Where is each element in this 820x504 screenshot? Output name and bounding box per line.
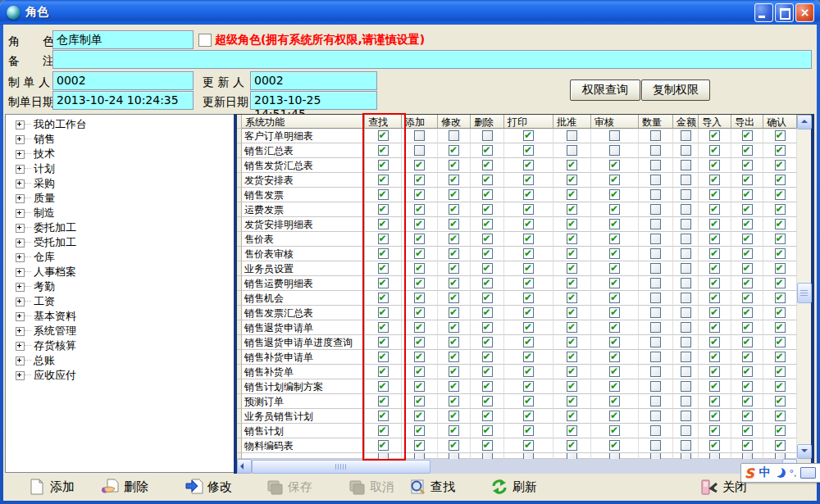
permission-checkbox-添加[interactable] <box>414 248 425 259</box>
row-function-name[interactable]: 销售退货申请单 <box>242 320 365 335</box>
permission-checkbox-确认[interactable] <box>775 322 786 333</box>
update-date-field[interactable]: 2013-10-25 14:51:45 <box>250 91 377 110</box>
permission-checkbox-数量[interactable] <box>650 248 661 259</box>
permission-checkbox-打印[interactable] <box>523 396 534 406</box>
permission-checkbox-查找[interactable] <box>378 160 389 170</box>
permission-checkbox-打印[interactable] <box>523 145 534 156</box>
permission-checkbox-删除[interactable] <box>482 219 493 229</box>
permission-checkbox-审核[interactable] <box>609 322 620 333</box>
permission-checkbox-数量[interactable] <box>650 396 661 406</box>
permission-checkbox-数量[interactable] <box>650 366 661 377</box>
expand-plus-icon[interactable] <box>16 209 25 218</box>
permission-checkbox-添加[interactable] <box>414 130 425 141</box>
permission-checkbox-金额[interactable] <box>681 293 691 303</box>
permission-checkbox-添加[interactable] <box>414 263 425 274</box>
permission-checkbox-修改[interactable] <box>449 352 459 362</box>
permission-checkbox-打印[interactable] <box>523 175 534 185</box>
permission-checkbox-打印[interactable] <box>523 307 534 318</box>
permission-checkbox-修改[interactable] <box>449 219 459 229</box>
permission-checkbox-数量[interactable] <box>650 307 661 318</box>
permission-checkbox-批准[interactable] <box>567 396 577 406</box>
permission-checkbox-导出[interactable] <box>742 219 753 229</box>
permission-checkbox-金额[interactable] <box>681 307 691 318</box>
permission-checkbox-批准[interactable] <box>567 307 577 318</box>
row-function-name[interactable]: 客户订单明细表 <box>242 129 365 143</box>
permission-checkbox-删除[interactable] <box>482 278 493 288</box>
permission-checkbox-导出[interactable] <box>742 145 753 156</box>
permission-checkbox-确认[interactable] <box>775 219 786 229</box>
permission-checkbox-确认[interactable] <box>775 293 786 303</box>
create-date-field[interactable]: 2013-10-24 10:24:35 <box>52 91 194 110</box>
permission-checkbox-查找[interactable] <box>378 145 389 156</box>
creator-field[interactable]: 0002 <box>52 71 194 90</box>
permission-checkbox-数量[interactable] <box>650 130 661 141</box>
permission-checkbox-金额[interactable] <box>681 130 691 141</box>
permission-checkbox-修改[interactable] <box>449 307 459 318</box>
permission-checkbox-金额[interactable] <box>681 453 691 459</box>
permission-checkbox-删除[interactable] <box>482 411 493 421</box>
permission-checkbox-删除[interactable] <box>482 130 493 141</box>
scroll-down-button[interactable] <box>797 444 812 459</box>
row-function-name[interactable]: 运费发票 <box>242 202 365 217</box>
permission-checkbox-删除[interactable] <box>482 396 493 406</box>
tree-item[interactable]: 制造 <box>6 206 235 220</box>
permission-checkbox-金额[interactable] <box>681 160 691 170</box>
permission-checkbox-修改[interactable] <box>449 278 459 288</box>
permission-checkbox-审核[interactable] <box>609 453 620 459</box>
permission-checkbox-批准[interactable] <box>567 263 577 274</box>
permission-checkbox-金额[interactable] <box>681 381 691 392</box>
permission-checkbox-导出[interactable] <box>742 234 753 244</box>
column-header-修改[interactable]: 修改 <box>438 115 471 129</box>
permission-checkbox-查找[interactable] <box>378 278 389 288</box>
permission-checkbox-数量[interactable] <box>650 337 661 347</box>
permission-checkbox-添加[interactable] <box>414 307 425 318</box>
row-function-name[interactable]: 销售发票 <box>242 188 365 202</box>
permission-checkbox-打印[interactable] <box>523 204 534 215</box>
permission-checkbox-查找[interactable] <box>378 175 389 185</box>
expand-plus-icon[interactable] <box>16 312 25 321</box>
permission-query-button[interactable]: 权限查询 <box>570 79 640 101</box>
permission-checkbox-添加[interactable] <box>414 396 425 406</box>
row-function-name[interactable]: 销售发票汇总表 <box>242 306 365 320</box>
permission-checkbox-数量[interactable] <box>650 453 661 459</box>
permission-checkbox-导出[interactable] <box>742 440 753 451</box>
permission-checkbox-添加[interactable] <box>414 189 425 200</box>
permission-checkbox-删除[interactable] <box>482 189 493 200</box>
permission-checkbox-审核[interactable] <box>609 248 620 259</box>
tree-item[interactable]: 工资 <box>6 294 235 309</box>
permission-checkbox-导出[interactable] <box>742 453 753 459</box>
column-header-打印[interactable]: 打印 <box>504 115 554 129</box>
permission-checkbox-审核[interactable] <box>609 381 620 392</box>
permission-checkbox-导出[interactable] <box>742 175 753 185</box>
permission-checkbox-导出[interactable] <box>742 396 753 406</box>
permission-checkbox-数量[interactable] <box>650 219 661 229</box>
permission-checkbox-查找[interactable] <box>378 440 389 451</box>
expand-plus-icon[interactable] <box>16 342 25 351</box>
permission-checkbox-金额[interactable] <box>681 425 691 436</box>
permission-checkbox-数量[interactable] <box>650 175 661 185</box>
permission-checkbox-修改[interactable] <box>449 248 459 259</box>
permission-checkbox-金额[interactable] <box>681 352 691 362</box>
permission-checkbox-修改[interactable] <box>449 440 459 451</box>
permission-checkbox-删除[interactable] <box>482 352 493 362</box>
permission-checkbox-修改[interactable] <box>449 453 459 459</box>
permission-checkbox-添加[interactable] <box>414 440 425 451</box>
permission-checkbox-添加[interactable] <box>414 234 425 244</box>
permission-checkbox-批准[interactable] <box>567 175 577 185</box>
permission-checkbox-审核[interactable] <box>609 337 620 347</box>
row-function-name[interactable]: 销售计划 <box>242 424 365 438</box>
permission-checkbox-打印[interactable] <box>523 453 534 459</box>
permission-checkbox-确认[interactable] <box>775 411 786 421</box>
permission-checkbox-删除[interactable] <box>482 440 493 451</box>
permission-checkbox-修改[interactable] <box>449 322 459 333</box>
permission-checkbox-确认[interactable] <box>775 425 786 436</box>
permission-checkbox-添加[interactable] <box>414 453 425 459</box>
permission-checkbox-审核[interactable] <box>609 352 620 362</box>
permission-checkbox-删除[interactable] <box>482 175 493 185</box>
permission-checkbox-导出[interactable] <box>742 160 753 170</box>
ime-lang-toggle[interactable]: 中 <box>759 465 771 480</box>
permission-checkbox-确认[interactable] <box>775 145 786 156</box>
toolbar-refresh-button[interactable]: 刷新 <box>487 476 540 497</box>
permission-checkbox-导入[interactable] <box>709 145 720 156</box>
permission-checkbox-批准[interactable] <box>567 234 577 244</box>
